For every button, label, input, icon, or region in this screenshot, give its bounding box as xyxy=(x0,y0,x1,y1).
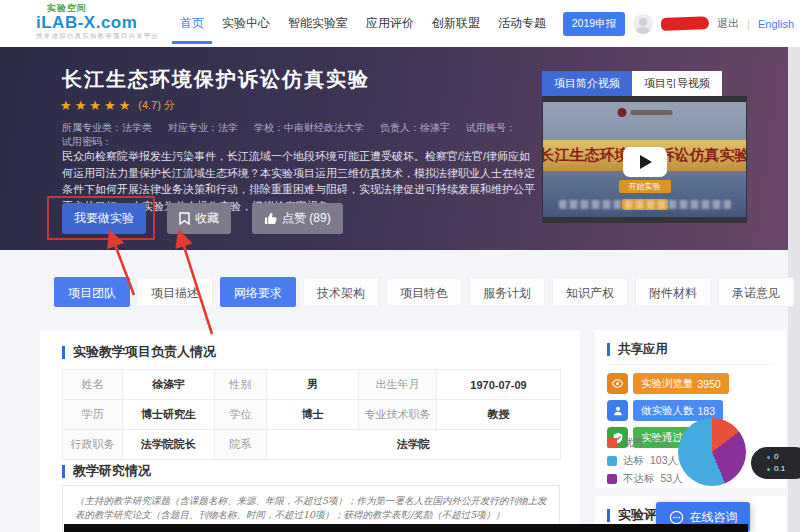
legend-color-swatch xyxy=(607,456,617,466)
legend-count: 53人 xyxy=(661,472,683,486)
cell-label: 性别 xyxy=(215,370,267,400)
logout-link[interactable]: 退出 xyxy=(717,16,739,31)
emblem-text-blur xyxy=(630,110,672,115)
tab-network-requirements[interactable]: 网络要求 xyxy=(220,277,296,307)
nav-item-innovation-alliance[interactable]: 创新联盟 xyxy=(430,0,482,47)
tab-service-plan[interactable]: 服务计划 xyxy=(469,277,545,307)
consult-label: 在线咨询 xyxy=(690,509,738,526)
stat-value: 183 xyxy=(698,405,716,417)
cell-label: 学历 xyxy=(63,400,123,430)
main-nav: 首页 实验中心 智能实验室 应用评价 创新联盟 活动专题 xyxy=(178,0,548,47)
video-start-experiment-button[interactable]: 开始实验 xyxy=(619,180,671,193)
legend-excellent: 优秀 27人 xyxy=(607,436,672,450)
nav-divider: | xyxy=(747,18,750,30)
experiment-title: 长江生态环境保护诉讼仿真实验 xyxy=(62,66,370,93)
research-note: （主持的教学研究课题（含课题名称、来源、年限，不超过5项）；作为第一署名人在国内… xyxy=(75,494,547,522)
section-leader-info: 实验教学项目负责人情况 xyxy=(62,343,216,361)
legend-fail: 不达标 53人 xyxy=(607,472,683,486)
video-player[interactable]: 长江生态环境保护诉讼仿真实验 开始实验 xyxy=(542,96,747,223)
leader-profile-table: 姓名 徐涤宇 性别 男 出生年月 1970-07-09 学历 博士研究生 学位 … xyxy=(62,369,561,460)
rating-value: (4.7) 分 xyxy=(138,98,175,113)
nav-item-experiment-center[interactable]: 实验中心 xyxy=(220,0,272,47)
table-row: 学历 博士研究生 学位 博士 专业技术职务 教授 xyxy=(63,400,561,430)
university-emblem xyxy=(617,108,672,117)
cell-label: 院系 xyxy=(215,430,267,460)
video-tab-guide[interactable]: 项目引导视频 xyxy=(632,71,722,96)
legend-color-swatch xyxy=(607,474,617,484)
section-bar xyxy=(62,346,65,359)
meta-leader: 负责人：徐涤宇 xyxy=(380,121,450,135)
logo-tagline: 国家虚拟仿真实验教学项目共享平台 xyxy=(36,33,159,40)
cell-value: 教授 xyxy=(437,400,561,430)
stat-views: 实验浏览量 3950 xyxy=(607,373,729,394)
stat-label: 实验浏览量 xyxy=(641,377,694,391)
tab-attachments[interactable]: 附件材料 xyxy=(635,277,711,307)
hero-action-buttons: 我要做实验 收藏 点赞 (89) xyxy=(62,203,343,234)
chat-icon xyxy=(669,510,684,525)
star-icon: ★ xyxy=(119,98,131,113)
tab-project-description[interactable]: 项目描述 xyxy=(137,277,213,307)
page: 实验空间 iLAB-X.com 国家虚拟仿真实验教学项目共享平台 首页 实验中心… xyxy=(0,0,800,532)
thumbs-up-icon xyxy=(264,212,277,225)
navbar: 实验空间 iLAB-X.com 国家虚拟仿真实验教学项目共享平台 首页 实验中心… xyxy=(0,0,800,47)
rating-stars: ★ ★ ★ ★ ★ (4.7) 分 xyxy=(60,98,175,113)
cell-label: 专业技术职务 xyxy=(359,400,437,430)
stat-value: 3950 xyxy=(698,378,721,390)
legend-count: 103人 xyxy=(650,454,678,468)
user-avatar[interactable] xyxy=(633,14,653,34)
video-tabs: 项目简介视频 项目引导视频 xyxy=(542,71,722,96)
apply-2019-button[interactable]: 2019申报 xyxy=(563,12,625,36)
section-share-application: 共享应用 xyxy=(607,341,668,358)
logo-cn-text: 实验空间 xyxy=(47,4,159,13)
legend-label: 达标 xyxy=(623,454,644,468)
like-label: 点赞 (89) xyxy=(282,210,331,227)
experiment-meta-row2: 试用密码： xyxy=(62,135,112,149)
section-title: 共享应用 xyxy=(618,341,668,358)
hero-banner: 长江生态环境保护诉讼仿真实验 ★ ★ ★ ★ ★ (4.7) 分 所属专业类：法… xyxy=(0,47,788,250)
widget-value-1: 0 xyxy=(774,451,778,463)
tab-intellectual-property[interactable]: 知识产权 xyxy=(552,277,628,307)
nav-item-activity-topics[interactable]: 活动专题 xyxy=(496,0,548,47)
nav-item-home[interactable]: 首页 xyxy=(178,0,206,47)
nav-item-smart-lab[interactable]: 智能实验室 xyxy=(286,0,350,47)
table-row: 姓名 徐涤宇 性别 男 出生年月 1970-07-09 xyxy=(63,370,561,400)
video-water-area xyxy=(543,171,746,217)
cell-value: 博士研究生 xyxy=(123,400,215,430)
tab-technical-architecture[interactable]: 技术架构 xyxy=(303,277,379,307)
meta-trial-password: 试用密码： xyxy=(62,135,112,149)
tab-commitment[interactable]: 承诺意见 xyxy=(718,277,794,307)
star-icon: ★ xyxy=(75,98,87,113)
play-icon xyxy=(640,155,652,169)
legend-label: 不达标 xyxy=(623,472,655,486)
user-icon xyxy=(607,400,628,421)
site-logo[interactable]: 实验空间 iLAB-X.com 国家虚拟仿真实验教学项目共享平台 xyxy=(36,4,159,40)
video-caption-blur xyxy=(559,200,731,209)
play-button[interactable] xyxy=(623,147,667,177)
eye-icon xyxy=(607,373,628,394)
video-tab-intro[interactable]: 项目简介视频 xyxy=(542,71,632,96)
redacted-username xyxy=(661,16,709,31)
cell-label: 学位 xyxy=(215,400,267,430)
section-teaching-research: 教学研究情况 xyxy=(62,462,151,480)
tab-project-features[interactable]: 项目特色 xyxy=(386,277,462,307)
cell-label: 行政职务 xyxy=(63,430,123,460)
section-bar xyxy=(607,343,610,356)
cell-value: 博士 xyxy=(267,400,359,430)
bottom-black-bar xyxy=(64,524,748,532)
language-link[interactable]: English xyxy=(758,18,794,30)
detail-tabs: 项目团队 项目描述 网络要求 技术架构 项目特色 服务计划 知识产权 附件材料 … xyxy=(54,277,794,307)
video-thumbnail: 长江生态环境保护诉讼仿真实验 开始实验 xyxy=(543,102,746,217)
nav-item-app-evaluation[interactable]: 应用评价 xyxy=(364,0,416,47)
legend-pass: 达标 103人 xyxy=(607,454,678,468)
section-bar xyxy=(62,465,65,478)
meta-major-class: 所属专业类：法学类 xyxy=(62,121,152,135)
collect-button[interactable]: 收藏 xyxy=(167,203,231,234)
emblem-seal-icon xyxy=(617,108,626,117)
floating-stats-widget[interactable]: 0 0.1 xyxy=(751,447,800,479)
do-experiment-button[interactable]: 我要做实验 xyxy=(62,203,146,234)
cell-value: 法学院院长 xyxy=(123,430,215,460)
like-button[interactable]: 点赞 (89) xyxy=(252,203,343,234)
collect-label: 收藏 xyxy=(195,210,219,227)
tab-project-team[interactable]: 项目团队 xyxy=(54,277,130,307)
cell-label: 姓名 xyxy=(63,370,123,400)
